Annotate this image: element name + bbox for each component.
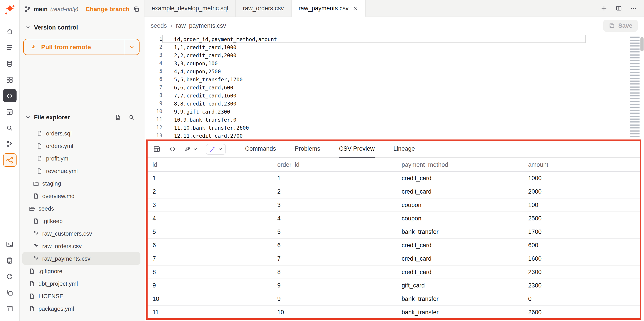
sidebar: main (read-only) Change branch Version c… (20, 0, 144, 321)
run-history-icon[interactable] (3, 41, 16, 54)
editor-line[interactable]: 12 11,10,bank_transfer,2600 (144, 124, 644, 132)
bottom-panel-tab[interactable]: Lineage (393, 140, 415, 158)
line-text: 1,1,credit_card,1000 (174, 44, 236, 50)
new-tab-icon[interactable] (600, 5, 607, 12)
line-text: 8,8,credit_card,2300 (174, 100, 236, 107)
editor-line[interactable]: 8 7,7,credit_card,1600 (144, 91, 644, 99)
line-number: 3 (144, 51, 162, 59)
version-control-header: Version control (20, 18, 144, 34)
file-tree-item[interactable]: dbt_project.yml (22, 277, 140, 290)
save-button[interactable]: Save (604, 20, 638, 32)
table-cell: 10 (152, 296, 277, 302)
editor-line[interactable]: 2 1,1,credit_card,1000 (144, 43, 644, 51)
more-options-icon[interactable] (630, 5, 637, 12)
bottom-panel-tab[interactable]: Problems (295, 140, 320, 158)
search-files-icon[interactable] (128, 114, 135, 121)
minimap[interactable] (630, 36, 640, 137)
table-cell: 2600 (528, 309, 640, 316)
file-tree-item[interactable]: raw_customers.csv (22, 227, 140, 240)
table-row[interactable]: 1110bank_transfer2600 (148, 306, 640, 318)
file-tree-item[interactable]: .gitignore (22, 265, 140, 277)
file-tree-item[interactable]: revenue.yml (22, 164, 140, 177)
pull-from-remote-label: Pull from remote (41, 43, 91, 50)
git-sync-icon[interactable] (3, 270, 16, 283)
file-tree-item[interactable]: seeds (22, 202, 140, 214)
split-editor-icon[interactable] (616, 5, 622, 12)
pull-from-remote-button[interactable]: Pull from remote (24, 39, 124, 54)
copy-rail-icon[interactable] (3, 286, 16, 299)
bottom-panel-tab[interactable]: Commands (245, 140, 276, 158)
table-row[interactable]: 22credit_card2000 (148, 185, 640, 198)
file-tree-item[interactable]: .gitkeep (22, 214, 140, 227)
file-tree-item[interactable]: profit.yml (22, 152, 140, 164)
table-row[interactable]: 77credit_card1600 (148, 252, 640, 266)
editor-scrollbar[interactable] (640, 35, 644, 138)
change-branch-link[interactable]: Change branch (86, 6, 130, 12)
file-tree-item[interactable]: staging (22, 177, 140, 190)
warehouse-icon[interactable] (3, 57, 16, 70)
home-icon[interactable] (3, 24, 16, 38)
table-row[interactable]: 66credit_card600 (148, 239, 640, 252)
terminal-icon[interactable] (3, 238, 16, 251)
file-tree-item[interactable]: LICENSE (22, 290, 140, 302)
bottom-panel-tab[interactable]: CSV Preview (339, 140, 374, 158)
branch-rail-icon[interactable] (3, 137, 16, 151)
file-tree-item[interactable]: packages.yml (22, 302, 140, 315)
editor-tab[interactable]: raw_orders.csv (236, 0, 291, 17)
table-row[interactable]: 88credit_card2300 (148, 266, 640, 279)
build-tools-icon[interactable] (184, 146, 198, 153)
editor-line[interactable]: 7 6,6,credit_card,600 (144, 83, 644, 91)
table-row[interactable]: 109bank_transfer0 (148, 292, 640, 306)
code-view-icon[interactable] (168, 145, 176, 153)
line-number: 7 (144, 83, 162, 91)
explore-search-icon[interactable] (3, 121, 16, 134)
file-tree-item[interactable]: overview.md (22, 190, 140, 202)
new-file-icon[interactable] (114, 114, 121, 121)
line-text: 12,11,credit_card,2700 (174, 133, 242, 139)
table-row[interactable]: 33coupon100 (148, 198, 640, 212)
file-tree-item[interactable]: raw_orders.csv (22, 240, 140, 252)
editor-line[interactable]: 11 10,9,bank_transfer,0 (144, 115, 644, 124)
file-tree-item[interactable]: orders.sql (22, 127, 140, 140)
pull-options-button[interactable] (124, 39, 139, 54)
editor-line[interactable]: 1 id,order_id,payment_method,amount (144, 35, 644, 43)
panels-icon[interactable] (3, 105, 16, 118)
editor-line[interactable]: 6 5,5,bank_transfer,1700 (144, 75, 644, 83)
table-cell: credit_card (402, 242, 528, 248)
editor-line[interactable]: 5 4,4,coupon,2500 (144, 67, 644, 75)
close-tab-icon[interactable] (353, 5, 358, 11)
copy-branch-icon[interactable] (133, 6, 140, 12)
logs-icon[interactable] (3, 254, 16, 267)
table-row[interactable]: 44coupon2500 (148, 212, 640, 225)
editor-line[interactable]: 3 2,2,credit_card,2000 (144, 51, 644, 59)
lineage-icon[interactable] (3, 153, 16, 167)
breadcrumb-folder[interactable]: seeds (151, 22, 167, 29)
editor-tab[interactable]: raw_payments.csv (291, 0, 366, 17)
editor-line[interactable]: 10 9,9,gift_card,2300 (144, 107, 644, 115)
file-icon (32, 192, 39, 199)
code-editor[interactable]: 1 id,order_id,payment_method,amount 2 1,… (144, 34, 644, 140)
table-cell: 2 (152, 188, 277, 195)
copilot-wand-button[interactable] (206, 144, 226, 154)
table-cell: 1 (277, 175, 402, 182)
file-tree-item[interactable]: orders.yml (22, 140, 140, 152)
editor-line[interactable]: 13 12,11,credit_card,2700 (144, 132, 644, 140)
table-view-icon[interactable] (153, 145, 160, 153)
table-cell: 2500 (528, 215, 640, 222)
editor-line[interactable]: 4 3,3,coupon,100 (144, 59, 644, 67)
file-icon (28, 292, 35, 299)
dashboard-icon[interactable] (3, 73, 16, 86)
chevron-down-icon[interactable] (25, 114, 31, 120)
scrollbar-thumb[interactable] (640, 37, 644, 52)
develop-editor-icon[interactable] (3, 89, 16, 102)
editor-line[interactable]: 9 8,8,credit_card,2300 (144, 99, 644, 107)
chevron-down-icon[interactable] (25, 24, 31, 30)
table-row[interactable]: 55bank_transfer1700 (148, 225, 640, 239)
editor-lines: 1 id,order_id,payment_method,amount 2 1,… (144, 35, 644, 140)
file-tree-item[interactable]: raw_payments.csv (22, 252, 140, 265)
table-cell: 9 (277, 296, 402, 302)
editor-tab[interactable]: example_develop_metric.sql (144, 0, 236, 17)
table-row[interactable]: 99gift_card2300 (148, 279, 640, 292)
apps-grid-icon[interactable] (3, 302, 16, 315)
table-row[interactable]: 11credit_card1000 (148, 172, 640, 185)
